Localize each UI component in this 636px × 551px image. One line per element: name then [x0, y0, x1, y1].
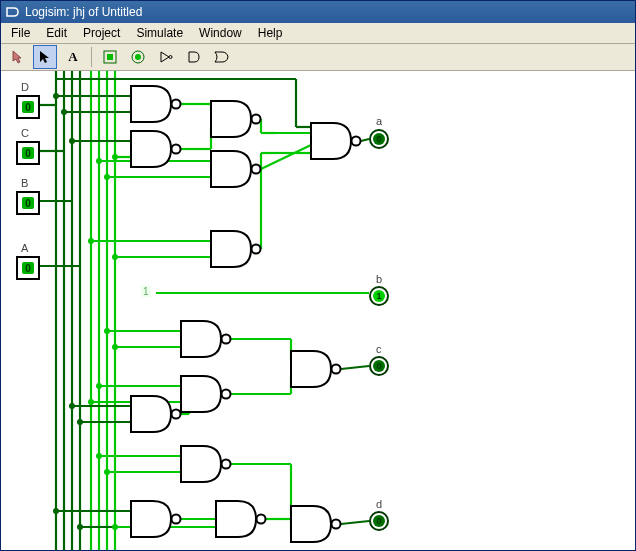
tool-pin-input[interactable] — [98, 45, 122, 69]
svg-point-52 — [104, 328, 110, 334]
nand-gate[interactable] — [311, 123, 361, 159]
circuit-svg — [1, 71, 635, 550]
input-label-a: A — [21, 242, 28, 254]
output-pin-c[interactable]: 0 — [369, 356, 389, 376]
nand-gate[interactable] — [181, 376, 231, 412]
input-label-d: D — [21, 81, 29, 93]
nand-gate[interactable] — [211, 101, 261, 137]
svg-point-4 — [169, 56, 172, 59]
svg-point-77 — [77, 524, 83, 530]
tool-pin-output[interactable] — [126, 45, 150, 69]
tool-text[interactable]: A — [61, 45, 85, 69]
svg-rect-1 — [107, 54, 113, 60]
nand-gate[interactable] — [181, 321, 231, 357]
constant-1: 1 — [141, 286, 151, 297]
app-icon — [5, 4, 21, 20]
svg-point-3 — [135, 54, 141, 60]
output-pin-d[interactable]: 0 — [369, 511, 389, 531]
nand-gate[interactable] — [216, 501, 266, 537]
tool-not-gate[interactable] — [154, 45, 178, 69]
output-label-c: c — [376, 343, 382, 355]
menu-project[interactable]: Project — [75, 24, 128, 42]
output-pin-b[interactable]: 1 — [369, 286, 389, 306]
toolbar-separator — [91, 47, 92, 67]
svg-point-54 — [112, 344, 118, 350]
input-label-c: C — [21, 127, 29, 139]
svg-line-43 — [261, 145, 311, 169]
svg-line-49 — [361, 139, 369, 141]
input-pin-b[interactable]: 0 — [16, 191, 40, 215]
nand-gate[interactable] — [211, 231, 261, 267]
titlebar: Logisim: jhj of Untitled — [1, 1, 635, 23]
output-pin-a[interactable]: 0 — [369, 129, 389, 149]
tool-poke[interactable] — [5, 45, 29, 69]
menu-file[interactable]: File — [3, 24, 38, 42]
svg-point-33 — [96, 158, 102, 164]
input-pin-d[interactable]: 0 — [16, 95, 40, 119]
svg-line-69 — [341, 366, 369, 369]
svg-point-23 — [61, 109, 67, 115]
nand-gate[interactable] — [291, 506, 341, 542]
svg-point-35 — [104, 174, 110, 180]
input-pin-c[interactable]: 0 — [16, 141, 40, 165]
tool-and-gate[interactable] — [182, 45, 206, 69]
window-title: Logisim: jhj of Untitled — [25, 5, 142, 19]
svg-point-75 — [53, 508, 59, 514]
menu-window[interactable]: Window — [191, 24, 250, 42]
output-label-a: a — [376, 115, 382, 127]
text-a-icon: A — [68, 49, 77, 65]
nand-gate[interactable] — [131, 86, 181, 122]
svg-point-37 — [88, 238, 94, 244]
tool-or-gate[interactable] — [210, 45, 234, 69]
menu-help[interactable]: Help — [250, 24, 291, 42]
input-pin-a[interactable]: 0 — [16, 256, 40, 280]
input-label-b: B — [21, 177, 28, 189]
output-label-d: d — [376, 498, 382, 510]
svg-point-27 — [112, 154, 118, 160]
svg-point-60 — [69, 403, 75, 409]
circuit-canvas[interactable]: D 0 C 0 B 0 A 0 1 a 0 b 1 c 0 d 0 — [1, 71, 635, 550]
svg-point-73 — [104, 469, 110, 475]
menubar: File Edit Project Simulate Window Help — [1, 23, 635, 44]
svg-point-58 — [88, 399, 94, 405]
nand-gate[interactable] — [131, 501, 181, 537]
nand-gate[interactable] — [181, 446, 231, 482]
svg-point-62 — [77, 419, 83, 425]
svg-line-86 — [341, 521, 369, 524]
tool-select[interactable] — [33, 45, 57, 69]
svg-point-81 — [112, 524, 118, 530]
output-label-b: b — [376, 273, 382, 285]
menu-edit[interactable]: Edit — [38, 24, 75, 42]
svg-point-21 — [53, 93, 59, 99]
nand-gate[interactable] — [211, 151, 261, 187]
toolbar: A — [1, 44, 635, 71]
svg-point-39 — [112, 254, 118, 260]
menu-simulate[interactable]: Simulate — [128, 24, 191, 42]
svg-point-25 — [69, 138, 75, 144]
svg-point-71 — [96, 453, 102, 459]
nand-gate[interactable] — [291, 351, 341, 387]
svg-point-56 — [96, 383, 102, 389]
